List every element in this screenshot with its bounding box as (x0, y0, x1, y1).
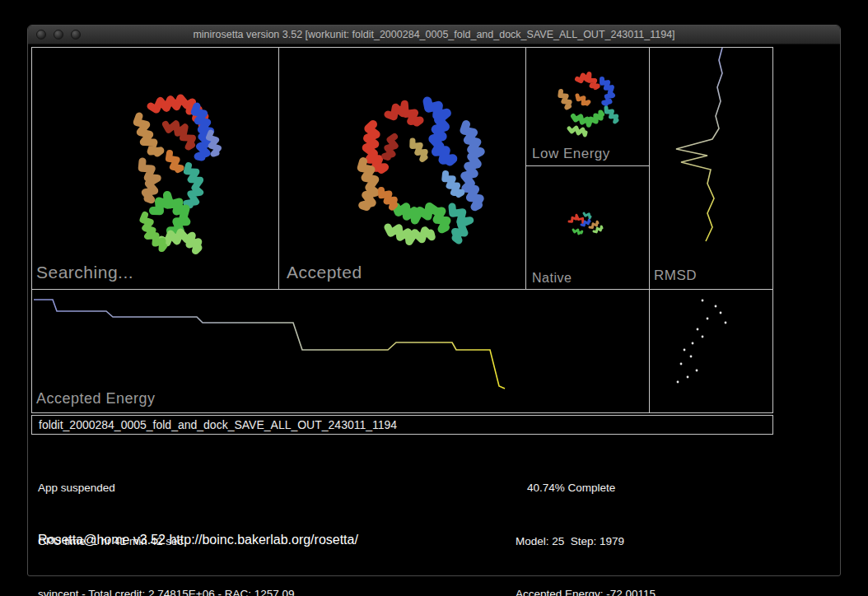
searching-panel-label: Searching... (36, 263, 133, 282)
minimize-button[interactable] (54, 30, 63, 40)
status-app-state: App suspended (38, 479, 295, 497)
window-title: minirosetta version 3.52 [workunit: fold… (28, 26, 840, 44)
panel-border-right (772, 47, 773, 413)
low-energy-panel-label: Low Energy (532, 146, 610, 162)
accepted-panel-label: Accepted (287, 263, 362, 282)
status-block-left: App suspended CPU time: 1 hr 41 min 42 s… (38, 444, 295, 596)
panel-border-left (31, 47, 32, 413)
window-controls (36, 30, 81, 40)
app-version-url: Rosetta@home v3.52 http://boinc.bakerlab… (38, 533, 358, 547)
workunit-name-bar: foldit_2000284_0005_fold_and_dock_SAVE_A… (31, 415, 773, 435)
panel-border-v3 (649, 47, 650, 413)
panel-border-v2 (525, 47, 526, 290)
app-window: minirosetta version 3.52 [workunit: fold… (27, 25, 841, 576)
panel-border-top (31, 47, 773, 48)
close-button[interactable] (36, 30, 46, 40)
window-titlebar[interactable]: minirosetta version 3.52 [workunit: fold… (28, 26, 840, 44)
zoom-button[interactable] (71, 30, 81, 40)
protein-searching (137, 98, 218, 251)
rmsd-plot-line (676, 48, 722, 241)
graphics-area: Searching... Accepted Low Energy Native … (28, 44, 840, 575)
panel-border-graph-bottom (31, 412, 773, 413)
panel-border-v1 (278, 47, 279, 290)
status-user-credit: svincent - Total credit: 2.74815E+06 - R… (38, 585, 295, 596)
panel-border-low-native-divider (525, 165, 649, 166)
accepted-energy-panel-label: Accepted Energy (36, 390, 156, 407)
accepted-energy-plot-line (34, 300, 505, 389)
status-accepted-energy: Accepted Energy: -72.00115 (516, 585, 656, 596)
workunit-name: foldit_2000284_0005_fold_and_dock_SAVE_A… (39, 418, 397, 431)
screen: { "window": { "title": "minirosetta vers… (0, 0, 868, 596)
status-progress: 40.74% Complete (516, 479, 656, 497)
status-model-step: Model: 25 Step: 1979 (516, 533, 656, 551)
scatter-plot-points (677, 300, 727, 384)
protein-low-energy (560, 74, 617, 135)
status-block-right: 40.74% Complete Model: 25 Step: 1979 Acc… (516, 444, 656, 596)
protein-native (569, 213, 602, 234)
native-panel-label: Native (532, 271, 572, 286)
protein-accepted (362, 101, 481, 242)
panel-border-mid (31, 289, 773, 290)
rmsd-panel-label: RMSD (654, 268, 697, 284)
